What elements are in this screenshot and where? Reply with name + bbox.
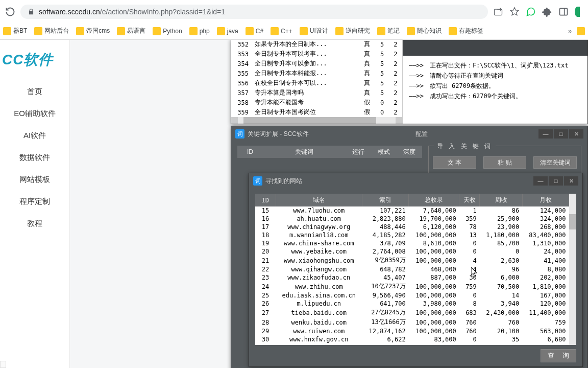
sidebar: CC软件 首页EO辅助软件AI软件数据软件网站模板程序定制教程 <box>0 40 70 368</box>
upper-window: 352如果专升本的全日制本...真52353全日制专升本可以考事...真5235… <box>231 40 588 124</box>
config-link[interactable]: 配置 <box>415 130 432 139</box>
bookmark-item[interactable]: php <box>189 27 210 35</box>
import-button[interactable]: 文 本 <box>433 156 476 169</box>
bookmark-item[interactable]: C++ <box>271 27 292 35</box>
table-row[interactable]: 19www.china-share.com378,7098,610,000085… <box>255 239 569 247</box>
profile-avatar[interactable] <box>575 7 580 17</box>
folder-icon <box>117 27 125 35</box>
column-header[interactable]: 天收 <box>459 194 480 206</box>
table-row[interactable]: 358专升本能不能国考假02 <box>231 98 402 107</box>
folder-icon <box>271 27 279 35</box>
vertical-scrollbar[interactable] <box>569 194 576 345</box>
address-bar[interactable]: software.sccedu.cn/e/action/ShowInfo.php… <box>20 5 488 19</box>
bookmark-item[interactable]: Python <box>153 27 182 35</box>
panel-icon[interactable] <box>558 7 569 17</box>
table-row[interactable]: 18m.wannianli8.com4,185,282100,000,00013… <box>255 231 569 239</box>
table-row[interactable]: 356在校全日制专升本可以...真52 <box>231 78 402 88</box>
table-row[interactable]: 26m.lipuedu.cn641,7003,980,00083,940120,… <box>255 300 569 308</box>
lock-icon <box>28 8 35 15</box>
table-row[interactable]: 22www.qihangw.com648,782468,0004968,080 <box>255 265 569 273</box>
table-row[interactable]: 355全日制专升本本科能报...真52 <box>231 68 402 78</box>
bookmark-item[interactable]: 有趣标签 <box>449 27 483 35</box>
query-button[interactable]: 查 询 <box>541 349 576 362</box>
table-row[interactable]: 20www.yebaike.com2,764,008100,000,000002… <box>255 247 569 256</box>
found-websites-window: 词 寻找到的网站 — □ ✕ ID域名索引总收录天收周收月收 15www.7lu… <box>249 173 583 367</box>
share-icon[interactable] <box>493 7 503 17</box>
bookmark-item[interactable]: 逆向研究 <box>335 27 370 35</box>
column-header[interactable]: 深度 <box>397 146 422 158</box>
folder-icon <box>377 27 385 35</box>
bookmark-item[interactable]: C# <box>246 27 263 35</box>
bookmark-item[interactable]: 网站后台 <box>34 27 69 35</box>
folder-icon[interactable] <box>577 27 585 35</box>
folder-icon <box>300 27 308 35</box>
column-header[interactable]: 关键词 <box>263 146 346 158</box>
window-title: 关键词扩展 - SCC软件 <box>248 130 309 139</box>
site-logo: CC软件 <box>0 50 69 81</box>
bookmark-item[interactable]: 帝国cms <box>76 27 110 35</box>
sidebar-item[interactable]: 程序定制 <box>0 191 69 213</box>
column-header[interactable]: ID <box>255 194 276 206</box>
import-keyword-group: 导 入 关 键 词 文 本粘 贴清空关键词 <box>428 146 581 174</box>
table-row[interactable]: 359全日制专升本国考岗位假02 <box>231 107 402 117</box>
folder-icon <box>335 27 344 35</box>
minimize-button[interactable]: — <box>538 129 553 139</box>
chat-icon[interactable] <box>526 7 536 17</box>
log-line: ——>> 成功写出文件：62709个关键词。 <box>409 92 581 101</box>
horizontal-scrollbar[interactable] <box>231 117 402 124</box>
column-header[interactable]: ID <box>237 146 263 158</box>
close-button[interactable]: ✕ <box>564 176 578 186</box>
bookmarks-bar: 器BT网站后台帝国cms易语言PythonphpjavaC#C++UI设计逆向研… <box>0 23 588 39</box>
bookmark-item[interactable]: 器BT <box>3 27 27 35</box>
table-row[interactable]: 30www.hnxfw.gov.cn6,62283,6000356,680 <box>255 335 569 343</box>
sidebar-item[interactable]: 首页 <box>0 81 69 103</box>
keyword-table-header: ID关键词运行模式深度 <box>237 146 422 158</box>
bookmark-item[interactable]: 随心知识 <box>407 27 442 35</box>
table-row[interactable]: 16ah.huatu.com2,823,88019,700,00035925,9… <box>255 215 569 223</box>
extensions-icon[interactable] <box>542 7 552 17</box>
table-row[interactable]: 352如果专升本的全日制本...真52 <box>231 40 402 49</box>
table-row[interactable]: 17www.chinagwyw.org488,4466,120,0007823,… <box>255 223 569 231</box>
table-row[interactable]: 28wenku.baidu.com13亿1666万100,000,0007607… <box>255 317 569 327</box>
bookmark-item[interactable]: 易语言 <box>117 27 145 35</box>
bookmarks-overflow[interactable]: » <box>568 28 572 35</box>
bookmark-item[interactable]: 笔记 <box>377 27 400 35</box>
column-header[interactable]: 运行 <box>346 146 371 158</box>
bookmark-item[interactable]: java <box>217 27 238 35</box>
column-header[interactable]: 索引 <box>362 194 408 206</box>
table-row[interactable]: 23www.zikaofudao.cn45,407887,000306,0002… <box>255 273 569 282</box>
reload-icon[interactable] <box>5 7 15 17</box>
table-row[interactable]: 24www.zhihu.com10亿7237万100,000,00075970,… <box>255 282 569 291</box>
sidebar-item[interactable]: EO辅助软件 <box>0 103 69 125</box>
import-button[interactable]: 粘 贴 <box>483 156 527 169</box>
table-row[interactable]: 354全日制专升本可以参加...真52 <box>231 59 402 68</box>
column-header[interactable]: 域名 <box>276 194 362 206</box>
folder-icon <box>153 27 161 35</box>
sidebar-item[interactable]: AI软件 <box>0 125 69 147</box>
table-row[interactable]: 21www.xiaohongshu.com9亿0359万100,000,0004… <box>255 256 569 265</box>
close-button[interactable]: ✕ <box>569 129 583 139</box>
sidebar-item[interactable]: 教程 <box>0 213 69 235</box>
import-button[interactable]: 清空关键词 <box>533 156 577 169</box>
maximize-button[interactable]: □ <box>549 176 563 186</box>
table-row[interactable]: 353全日制专升本可以考事...真52 <box>231 49 402 59</box>
column-header[interactable]: 总收录 <box>409 194 459 206</box>
sidebar-item[interactable]: 网站模板 <box>0 169 69 191</box>
column-header[interactable]: 模式 <box>371 146 397 158</box>
table-row[interactable]: 357专升本算是国考吗真52 <box>231 88 402 98</box>
star-icon[interactable] <box>509 7 520 17</box>
column-header[interactable]: 月收 <box>522 194 569 206</box>
table-row[interactable]: 27tieba.baidu.com27亿8245万100,000,0006832… <box>255 308 569 317</box>
upper-keyword-table: 352如果专升本的全日制本...真52353全日制专升本可以考事...真5235… <box>231 40 402 117</box>
table-row[interactable]: 15www.7luohu.com107,2217,640,000186124,0… <box>255 206 569 215</box>
bookmark-item[interactable]: UI设计 <box>300 27 328 35</box>
table-row[interactable]: 25edu.iask.sina.com.cn9,566,490100,000,0… <box>255 291 569 300</box>
table-row[interactable]: 29www.ruiwen.com12,874,162100,000,000760… <box>255 327 569 335</box>
maximize-button[interactable]: □ <box>554 129 568 139</box>
minimize-button[interactable]: — <box>533 176 548 186</box>
log-output: ——>> 正在写出文件：F:\SCC软件\1、词扩展\123.txt——>> 请… <box>403 56 587 106</box>
log-line: ——>> 欲写出 62709条数据。 <box>409 82 581 90</box>
folder-icon <box>246 27 254 35</box>
column-header[interactable]: 周收 <box>480 194 522 206</box>
sidebar-item[interactable]: 数据软件 <box>0 147 69 169</box>
